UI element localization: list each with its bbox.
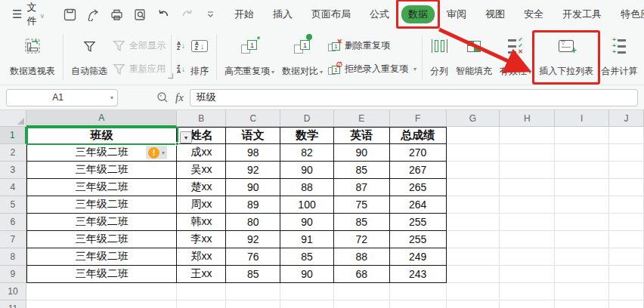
cell-I9[interactable] [555, 266, 609, 283]
cell-B6[interactable]: 韩xx [177, 214, 226, 231]
cell-C11[interactable] [226, 300, 280, 308]
cell-G4[interactable] [447, 179, 500, 196]
cell-G5[interactable] [447, 196, 500, 214]
cell-D6[interactable]: 90 [280, 214, 334, 231]
name-box[interactable]: A1 ▾ [6, 89, 118, 106]
cell-J1[interactable] [609, 127, 644, 144]
cell-C10[interactable] [226, 283, 280, 300]
cell-I8[interactable] [555, 248, 609, 266]
cell-E2[interactable]: 90 [334, 144, 390, 162]
save-icon[interactable] [63, 8, 76, 21]
column-header-E[interactable]: E [334, 110, 390, 127]
cell-G1[interactable] [447, 127, 500, 144]
cell-E6[interactable]: 85 [334, 214, 390, 231]
cell-F7[interactable]: 255 [390, 231, 447, 248]
cell-E1[interactable]: 英语 [334, 127, 390, 144]
tab-数据[interactable]: 数据 [401, 5, 435, 23]
reject-duplicates-button[interactable]: 1∅ 拒绝录入重复项 ▾ [328, 63, 416, 75]
column-header-J[interactable]: J [609, 110, 644, 127]
cell-A8[interactable]: 三年级二班 [26, 248, 178, 266]
cell-A1[interactable]: 班级 [26, 127, 178, 144]
highlight-duplicates-button[interactable]: 1* 高亮重复项▾ [221, 32, 278, 83]
row-header-10[interactable]: 10 [0, 283, 26, 300]
cell-A5[interactable]: 三年级二班 [26, 196, 178, 214]
cell-J8[interactable] [609, 248, 644, 266]
auto-filter-button[interactable]: 自动筛选 [67, 32, 111, 83]
cell-G9[interactable] [447, 266, 500, 283]
dialog-launcher-icon[interactable] [168, 73, 173, 79]
cell-D3[interactable]: 90 [280, 162, 334, 179]
column-header-I[interactable]: I [555, 110, 609, 127]
cell-C1[interactable]: 语文 [226, 127, 280, 144]
cell-J3[interactable] [609, 162, 644, 179]
cell-F5[interactable]: 264 [390, 196, 447, 214]
cell-A9[interactable]: 三年级二班 [26, 266, 178, 283]
cell-G11[interactable] [447, 300, 500, 308]
cell-G10[interactable] [447, 283, 500, 300]
cell-D9[interactable]: 90 [280, 266, 334, 283]
cell-J11[interactable] [609, 300, 644, 308]
redo-icon[interactable] [180, 8, 194, 21]
cell-E7[interactable]: 72 [334, 231, 390, 248]
cell-F3[interactable]: 267 [390, 162, 447, 179]
file-menu-button[interactable]: 文件 [26, 1, 36, 28]
cell-B3[interactable]: 吴xx [177, 162, 226, 179]
merge-button[interactable]: + + + 合并计算 [597, 32, 641, 83]
column-header-B[interactable]: B [177, 110, 226, 127]
cell-D7[interactable]: 91 [280, 231, 334, 248]
cell-E5[interactable]: 75 [334, 196, 390, 214]
cell-I3[interactable] [555, 162, 609, 179]
sort-ascending-button[interactable]: AZ↓ [177, 41, 185, 51]
cell-F1[interactable]: 总成绩 [390, 127, 447, 144]
cell-E10[interactable] [334, 283, 390, 300]
chevron-down-icon[interactable]: ▾ [162, 149, 165, 156]
cell-A10[interactable] [26, 283, 178, 300]
cell-G3[interactable] [447, 162, 500, 179]
cell-J10[interactable] [609, 283, 644, 300]
data-compare-button[interactable]: 1 数据对比▾ [278, 32, 327, 83]
cell-J5[interactable] [609, 196, 644, 214]
cell-E9[interactable]: 68 [334, 266, 390, 283]
row-header-11[interactable]: 11 [0, 300, 26, 308]
cell-G2[interactable] [447, 144, 500, 162]
formula-input[interactable]: 班级 [190, 89, 638, 106]
cell-F10[interactable] [390, 283, 447, 300]
cell-B7[interactable]: 李xx [177, 231, 226, 248]
cell-H9[interactable] [500, 266, 555, 283]
pivot-table-button[interactable]: 数据透视表 [6, 32, 59, 83]
cell-I11[interactable] [555, 300, 609, 308]
cell-B10[interactable] [177, 283, 226, 300]
cell-B4[interactable]: 楚xx [177, 179, 226, 196]
error-checking-widget[interactable]: ! ▾ [146, 146, 167, 159]
more-chevron-icon[interactable] [203, 8, 217, 21]
tab-开始[interactable]: 开始 [228, 5, 261, 23]
column-header-D[interactable]: D [280, 110, 334, 127]
delete-duplicates-button[interactable]: 1✕ 删除重复项 [328, 39, 416, 52]
cell-I1[interactable] [555, 127, 609, 144]
cell-H1[interactable] [500, 127, 555, 144]
cell-J4[interactable] [609, 179, 644, 196]
column-header-A[interactable]: A [26, 110, 178, 127]
cell-C7[interactable]: 92 [226, 231, 280, 248]
cell-J9[interactable] [609, 266, 644, 283]
cell-C3[interactable]: 92 [226, 162, 280, 179]
fill-handle[interactable] [175, 142, 179, 146]
cell-I7[interactable] [555, 231, 609, 248]
search-icon[interactable] [156, 91, 169, 104]
cell-D5[interactable]: 100 [280, 196, 334, 214]
cell-A4[interactable]: 三年级二班 [26, 179, 178, 196]
cell-I10[interactable] [555, 283, 609, 300]
row-header-9[interactable]: 9 [0, 266, 26, 283]
cell-C6[interactable]: 80 [226, 214, 280, 231]
insert-dropdown-list-button[interactable]: ▽+ 插入下拉列表 [535, 32, 597, 83]
cell-J2[interactable] [609, 144, 644, 162]
print-icon[interactable] [110, 8, 123, 21]
cell-B2[interactable]: 成xx [177, 144, 226, 162]
tab-插入[interactable]: 插入 [266, 5, 299, 23]
print-preview-icon[interactable] [133, 8, 147, 21]
smart-fill-button[interactable]: 智能填充 [452, 32, 496, 83]
row-header-8[interactable]: 8 [0, 248, 26, 266]
undo-icon[interactable] [156, 8, 170, 21]
tab-审阅[interactable]: 审阅 [440, 5, 473, 23]
row-header-4[interactable]: 4 [0, 179, 26, 196]
